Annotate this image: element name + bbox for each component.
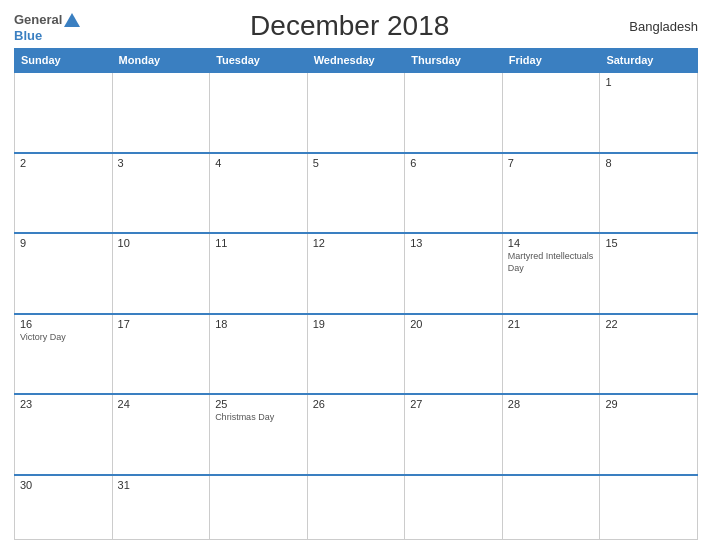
- logo: General Blue: [14, 11, 81, 42]
- day-number: 17: [118, 318, 205, 330]
- calendar-cell: [307, 475, 405, 540]
- calendar-cell: 15: [600, 233, 698, 314]
- calendar-cell: [15, 72, 113, 153]
- day-number: 14: [508, 237, 595, 249]
- weekday-header-saturday: Saturday: [600, 49, 698, 73]
- calendar-week-row: 232425Christmas Day26272829: [15, 394, 698, 475]
- day-number: 19: [313, 318, 400, 330]
- weekday-header-monday: Monday: [112, 49, 210, 73]
- calendar-cell: 26: [307, 394, 405, 475]
- calendar-cell: [502, 475, 600, 540]
- weekday-header-thursday: Thursday: [405, 49, 503, 73]
- day-number: 29: [605, 398, 692, 410]
- calendar-week-row: 1: [15, 72, 698, 153]
- day-number: 24: [118, 398, 205, 410]
- calendar-cell: [405, 72, 503, 153]
- calendar-cell: [405, 475, 503, 540]
- weekday-header-friday: Friday: [502, 49, 600, 73]
- calendar-cell: [210, 72, 308, 153]
- day-number: 1: [605, 76, 692, 88]
- day-number: 4: [215, 157, 302, 169]
- calendar-cell: 11: [210, 233, 308, 314]
- day-number: 23: [20, 398, 107, 410]
- calendar-cell: 4: [210, 153, 308, 234]
- calendar-cell: 22: [600, 314, 698, 395]
- calendar-cell: 13: [405, 233, 503, 314]
- day-number: 12: [313, 237, 400, 249]
- calendar-cell: 2: [15, 153, 113, 234]
- calendar-week-row: 2345678: [15, 153, 698, 234]
- calendar-cell: [112, 72, 210, 153]
- day-number: 2: [20, 157, 107, 169]
- calendar-cell: 23: [15, 394, 113, 475]
- svg-marker-0: [64, 13, 80, 27]
- calendar-cell: 8: [600, 153, 698, 234]
- day-number: 31: [118, 479, 205, 491]
- day-number: 15: [605, 237, 692, 249]
- day-event: Victory Day: [20, 332, 107, 344]
- day-number: 26: [313, 398, 400, 410]
- calendar-cell: 24: [112, 394, 210, 475]
- calendar-cell: 20: [405, 314, 503, 395]
- calendar-cell: 27: [405, 394, 503, 475]
- calendar-cell: 14Martyred Intellectuals Day: [502, 233, 600, 314]
- day-number: 6: [410, 157, 497, 169]
- calendar-week-row: 91011121314Martyred Intellectuals Day15: [15, 233, 698, 314]
- day-event: Martyred Intellectuals Day: [508, 251, 595, 274]
- country-label: Bangladesh: [618, 19, 698, 34]
- day-number: 16: [20, 318, 107, 330]
- calendar-cell: 3: [112, 153, 210, 234]
- calendar-table: SundayMondayTuesdayWednesdayThursdayFrid…: [14, 48, 698, 540]
- day-number: 25: [215, 398, 302, 410]
- calendar-header: General Blue December 2018 Bangladesh: [14, 10, 698, 42]
- weekday-header-row: SundayMondayTuesdayWednesdayThursdayFrid…: [15, 49, 698, 73]
- weekday-header-wednesday: Wednesday: [307, 49, 405, 73]
- day-number: 28: [508, 398, 595, 410]
- calendar-cell: 18: [210, 314, 308, 395]
- day-number: 30: [20, 479, 107, 491]
- day-number: 9: [20, 237, 107, 249]
- calendar-cell: 6: [405, 153, 503, 234]
- calendar-cell: [502, 72, 600, 153]
- calendar-cell: 10: [112, 233, 210, 314]
- day-number: 18: [215, 318, 302, 330]
- calendar-cell: 19: [307, 314, 405, 395]
- calendar-cell: 29: [600, 394, 698, 475]
- calendar-cell: 25Christmas Day: [210, 394, 308, 475]
- calendar-week-row: 16Victory Day171819202122: [15, 314, 698, 395]
- day-number: 10: [118, 237, 205, 249]
- calendar-title: December 2018: [81, 10, 618, 42]
- calendar-cell: 17: [112, 314, 210, 395]
- logo-blue-text: Blue: [14, 29, 42, 42]
- weekday-header-sunday: Sunday: [15, 49, 113, 73]
- day-number: 20: [410, 318, 497, 330]
- calendar-cell: 16Victory Day: [15, 314, 113, 395]
- weekday-header-tuesday: Tuesday: [210, 49, 308, 73]
- day-number: 8: [605, 157, 692, 169]
- calendar-cell: [210, 475, 308, 540]
- calendar-cell: 21: [502, 314, 600, 395]
- calendar-week-row: 3031: [15, 475, 698, 540]
- calendar-cell: [600, 475, 698, 540]
- day-number: 13: [410, 237, 497, 249]
- calendar-cell: [307, 72, 405, 153]
- calendar-cell: 9: [15, 233, 113, 314]
- calendar-cell: 28: [502, 394, 600, 475]
- day-number: 11: [215, 237, 302, 249]
- calendar-cell: 7: [502, 153, 600, 234]
- day-number: 22: [605, 318, 692, 330]
- day-event: Christmas Day: [215, 412, 302, 424]
- calendar-cell: 30: [15, 475, 113, 540]
- calendar-page: General Blue December 2018 Bangladesh Su…: [0, 0, 712, 550]
- day-number: 21: [508, 318, 595, 330]
- calendar-cell: 12: [307, 233, 405, 314]
- calendar-cell: 1: [600, 72, 698, 153]
- day-number: 7: [508, 157, 595, 169]
- calendar-cell: 5: [307, 153, 405, 234]
- logo-general-text: General: [14, 13, 62, 26]
- day-number: 3: [118, 157, 205, 169]
- day-number: 5: [313, 157, 400, 169]
- day-number: 27: [410, 398, 497, 410]
- logo-icon: [63, 11, 81, 29]
- calendar-cell: 31: [112, 475, 210, 540]
